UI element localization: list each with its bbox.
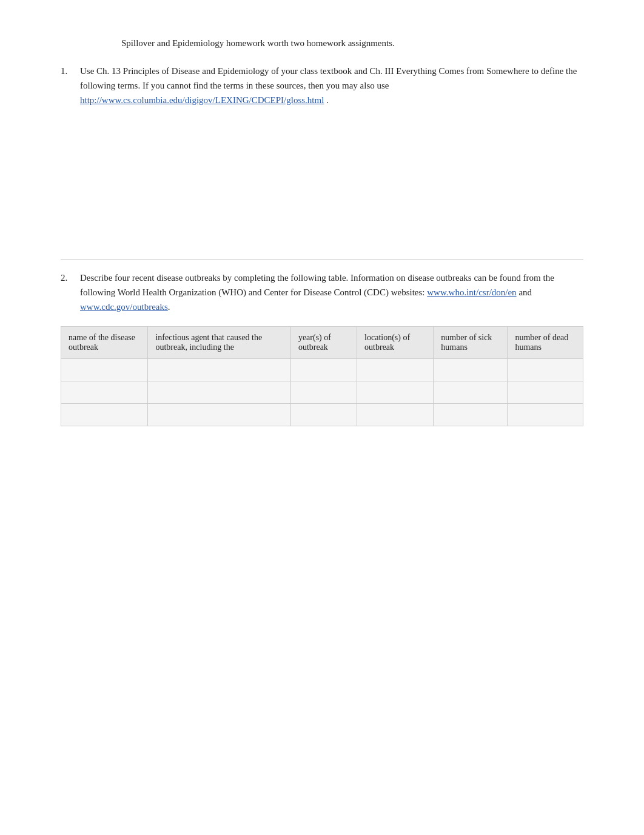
row2-col5 [434, 381, 508, 403]
row1-col5 [434, 358, 508, 381]
list-item-2: 2. Describe four recent disease outbreak… [61, 270, 583, 314]
page-container: Spillover and Epidemiology homework wort… [0, 0, 644, 463]
col-header-1: name of the disease outbreak [61, 326, 148, 358]
separator [61, 259, 583, 260]
row2-col6 [508, 381, 583, 403]
row2-col2 [148, 381, 290, 403]
table-row-2 [61, 381, 583, 403]
list-item-1-content: Use Ch. 13 Principles of Disease and Epi… [80, 64, 583, 107]
row3-col5 [434, 403, 508, 426]
col-header-6: number of dead humans [508, 326, 583, 358]
list-item-2-text-after: . [168, 302, 170, 312]
numbered-list: 1. Use Ch. 13 Principles of Disease and … [61, 64, 583, 107]
list-item-1: 1. Use Ch. 13 Principles of Disease and … [61, 64, 583, 107]
table-row-1 [61, 358, 583, 381]
list-item-2-number: 2. [61, 270, 80, 314]
list-item-2-text-middle: and [517, 287, 532, 297]
list-item-2-content: Describe four recent disease outbreaks b… [80, 270, 583, 314]
table-wrapper: name of the disease outbreak infectious … [61, 326, 583, 426]
glossary-link[interactable]: http://www.cs.columbia.edu/digigov/LEXIN… [80, 95, 324, 105]
col-header-2: infectious agent that caused the outbrea… [148, 326, 290, 358]
row3-col1 [61, 403, 148, 426]
table-body [61, 358, 583, 426]
row3-col6 [508, 403, 583, 426]
intro-paragraph: Spillover and Epidemiology homework wort… [61, 36, 583, 50]
col-header-3: year(s) of outbreak [290, 326, 357, 358]
table-row-3 [61, 403, 583, 426]
who-link[interactable]: www.who.int/csr/don/en [427, 287, 516, 297]
row2-col1 [61, 381, 148, 403]
row1-col1 [61, 358, 148, 381]
intro-text: Spillover and Epidemiology homework wort… [121, 38, 395, 48]
list-item-1-text-after: . [326, 95, 329, 105]
list-item-1-number: 1. [61, 64, 80, 107]
row2-col3 [290, 381, 357, 403]
col-header-4: location(s) of outbreak [357, 326, 434, 358]
row3-col3 [290, 403, 357, 426]
row3-col4 [357, 403, 434, 426]
table-header-row: name of the disease outbreak infectious … [61, 326, 583, 358]
cdc-link[interactable]: www.cdc.gov/outbreaks [80, 302, 168, 312]
row1-col2 [148, 358, 290, 381]
row1-col6 [508, 358, 583, 381]
row3-col2 [148, 403, 290, 426]
table-header: name of the disease outbreak infectious … [61, 326, 583, 358]
disease-table: name of the disease outbreak infectious … [61, 326, 583, 426]
list-item-1-text-before: Use Ch. 13 Principles of Disease and Epi… [80, 66, 577, 90]
row1-col4 [357, 358, 434, 381]
col-header-5: number of sick humans [434, 326, 508, 358]
row2-col4 [357, 381, 434, 403]
numbered-list-2: 2. Describe four recent disease outbreak… [61, 270, 583, 314]
row1-col3 [290, 358, 357, 381]
spacer [61, 119, 583, 253]
